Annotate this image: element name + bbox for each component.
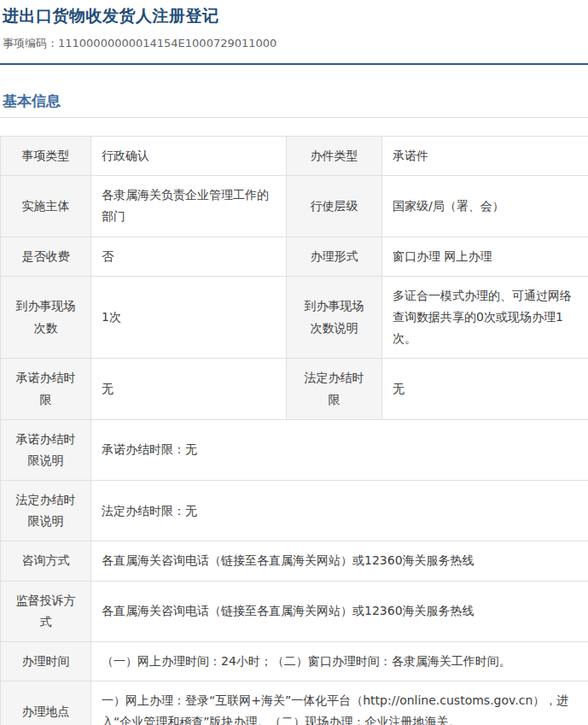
field-label-cell: 到办事现场次数: [1, 276, 91, 359]
table-row: 办理地点一）网上办理：登录“互联网+海关”一体化平台（http://online…: [1, 681, 588, 725]
field-value-cell: 各直属海关咨询电话（链接至各直属海关网站）或12360海关服务热线: [91, 541, 588, 581]
field-label-cell: 办件类型: [287, 137, 382, 176]
field-value-cell: 窗口办理 网上办理: [382, 237, 588, 276]
header-divider: [0, 63, 588, 65]
field-label-cell: 承诺办结时限: [1, 359, 91, 419]
table-row: 法定办结时限说明法定办结时限：无: [1, 481, 588, 541]
table-row: 实施主体各隶属海关负责企业管理工作的部门行使层级国家级/局（署、会）: [1, 176, 588, 237]
field-value-cell: 一）网上办理：登录“互联网+海关”一体化平台（http://online.cus…: [91, 681, 588, 725]
field-label-cell: 行使层级: [287, 176, 382, 237]
table-row: 是否收费否办理形式窗口办理 网上办理: [1, 237, 588, 276]
field-label-cell: 办理时间: [1, 642, 91, 681]
field-label-cell: 是否收费: [1, 237, 91, 276]
field-value-cell: 1次: [91, 276, 287, 359]
item-code-line: 事项编码：11100000000014154E1000729011000: [3, 36, 588, 51]
field-label-cell: 法定办结时限说明: [1, 481, 91, 541]
basic-info-table: 事项类型行政确认办件类型承诺件实施主体各隶属海关负责企业管理工作的部门行使层级国…: [0, 136, 588, 725]
field-value-cell: 国家级/局（署、会）: [382, 176, 588, 237]
table-row: 咨询方式各直属海关咨询电话（链接至各直属海关网站）或12360海关服务热线: [1, 541, 588, 581]
table-row: 监督投诉方式各直属海关咨询电话（链接至各直属海关网站）或12360海关服务热线: [1, 581, 588, 641]
table-row: 办理时间（一）网上办理时间：24小时；（二）窗口办理时间：各隶属海关工作时间。: [1, 642, 588, 681]
field-value-cell: 各直属海关咨询电话（链接至各直属海关网站）或12360海关服务热线: [91, 581, 588, 641]
field-label-cell: 监督投诉方式: [1, 581, 91, 641]
field-label-cell: 法定办结时限: [287, 359, 382, 419]
field-label-cell: 咨询方式: [1, 541, 91, 581]
field-value-cell: 无: [382, 359, 588, 419]
field-value-cell: 无: [91, 359, 287, 419]
page-title: 进出口货物收发货人注册登记: [0, 5, 588, 27]
section-divider: [0, 117, 588, 118]
field-value-cell: 行政确认: [91, 137, 287, 176]
field-label-cell: 到办事现场次数说明: [287, 276, 382, 359]
item-code-value: 11100000000014154E1000729011000: [58, 37, 277, 50]
field-value-cell: 承诺办结时限：无: [91, 419, 588, 480]
field-value-cell: 多证合一模式办理的、可通过网络查询数据共享的0次或现场办理1次。: [382, 276, 588, 359]
field-label-cell: 事项类型: [1, 137, 91, 176]
table-row: 事项类型行政确认办件类型承诺件: [1, 137, 588, 176]
table-row: 承诺办结时限无法定办结时限无: [1, 359, 588, 419]
field-label-cell: 办理形式: [287, 237, 382, 276]
page: 进出口货物收发货人注册登记 事项编码：11100000000014154E100…: [0, 5, 588, 725]
section-title: 基本信息: [3, 91, 588, 111]
field-label-cell: 办理地点: [1, 681, 91, 725]
table-row: 到办事现场次数1次到办事现场次数说明多证合一模式办理的、可通过网络查询数据共享的…: [1, 276, 588, 359]
field-value-cell: 法定办结时限：无: [91, 481, 588, 541]
table-row: 承诺办结时限说明承诺办结时限：无: [1, 419, 588, 480]
field-value-cell: 承诺件: [382, 137, 588, 176]
item-code-label: 事项编码：: [3, 37, 58, 50]
field-value-cell: （一）网上办理时间：24小时；（二）窗口办理时间：各隶属海关工作时间。: [91, 642, 588, 681]
field-label-cell: 承诺办结时限说明: [1, 419, 91, 480]
field-value-cell: 各隶属海关负责企业管理工作的部门: [91, 176, 287, 237]
field-value-cell: 否: [91, 237, 287, 276]
field-label-cell: 实施主体: [1, 176, 91, 237]
